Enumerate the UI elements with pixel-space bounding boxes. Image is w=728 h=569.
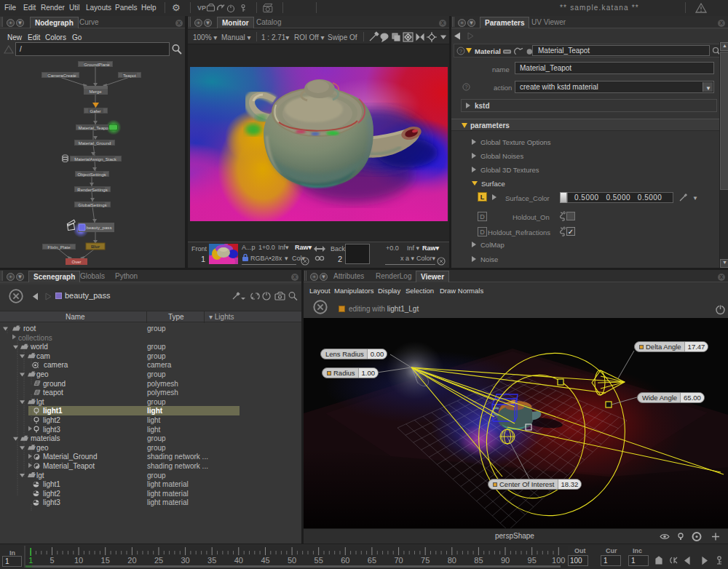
svg-text:65: 65	[368, 556, 376, 565]
svg-text:GlobalSettings: GlobalSettings	[78, 203, 106, 207]
svg-text:85: 85	[474, 556, 483, 565]
svg-text:55: 55	[314, 556, 323, 565]
svg-text:?: ?	[459, 48, 463, 55]
svg-text:Over: Over	[71, 260, 81, 264]
svg-text:70: 70	[394, 556, 403, 565]
svg-text:?: ?	[464, 84, 467, 90]
svg-text:Material_Ground: Material_Ground	[79, 141, 111, 146]
svg-text:RenderSettings: RenderSettings	[77, 188, 107, 192]
svg-text:80: 80	[448, 556, 456, 565]
svg-text:Flixln_Plate: Flixln_Plate	[47, 245, 71, 250]
svg-text:50: 50	[288, 556, 296, 565]
svg-text:Material_Teapot: Material_Teapot	[79, 126, 110, 130]
svg-text:Gafer: Gafer	[90, 109, 100, 114]
svg-text:95: 95	[528, 556, 537, 565]
svg-text:GroundPlane: GroundPlane	[84, 63, 110, 67]
svg-text:Blur: Blur	[91, 244, 100, 249]
svg-text:30: 30	[181, 556, 189, 565]
svg-text:25: 25	[154, 556, 163, 565]
svg-text:60: 60	[341, 556, 349, 565]
svg-text:10: 10	[74, 556, 83, 565]
svg-text:20: 20	[127, 556, 136, 565]
svg-text:beauty_pass: beauty_pass	[86, 225, 111, 230]
svg-text:15: 15	[101, 556, 110, 565]
svg-text:100: 100	[552, 556, 565, 565]
svg-text:5: 5	[50, 556, 54, 565]
svg-text:Merge: Merge	[89, 89, 102, 94]
svg-text:ObjectSettings: ObjectSettings	[77, 172, 106, 177]
svg-text:35: 35	[207, 556, 216, 565]
svg-text:40: 40	[234, 556, 243, 565]
svg-text:90: 90	[501, 556, 510, 565]
svg-text:45: 45	[261, 556, 269, 565]
svg-text:75: 75	[421, 556, 430, 565]
svg-text:Teapot: Teapot	[123, 73, 136, 78]
svg-text:1: 1	[28, 556, 33, 565]
svg-text:CameraCreate: CameraCreate	[47, 73, 76, 78]
svg-text:MaterialAssign_Stack: MaterialAssign_Stack	[74, 157, 117, 162]
